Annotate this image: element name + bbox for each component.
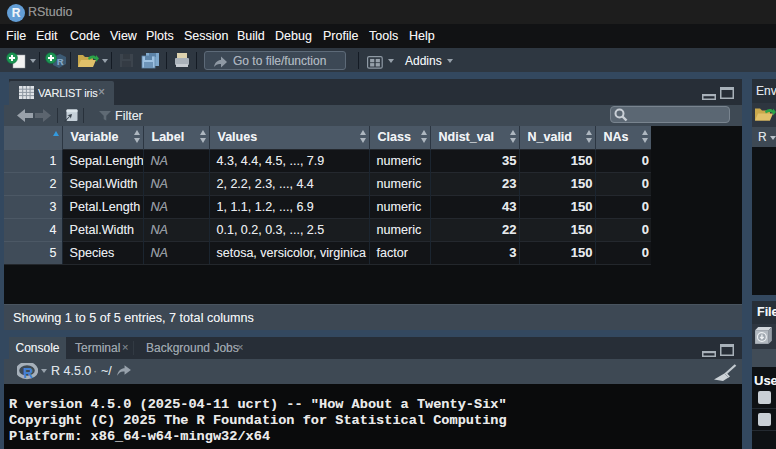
svg-text:R: R <box>23 365 33 381</box>
svg-text:R: R <box>57 57 64 67</box>
